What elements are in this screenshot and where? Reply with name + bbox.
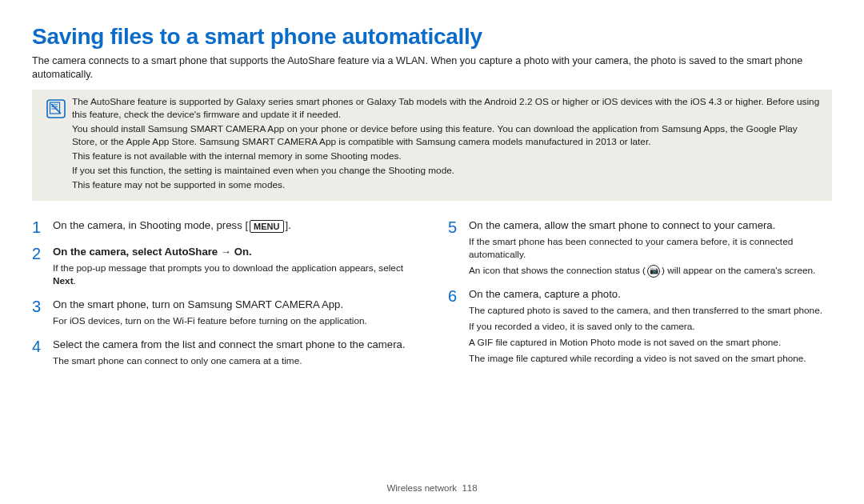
step-sub: If you recorded a video, it is saved onl… <box>469 321 832 334</box>
right-column: 5On the camera, allow the smart phone to… <box>448 218 832 377</box>
page-title: Saving files to a smart phone automatica… <box>32 24 832 50</box>
step-number: 4 <box>32 338 53 368</box>
note-icon <box>40 96 72 193</box>
step-sub: The captured photo is saved to the camer… <box>469 305 832 318</box>
step-sub: The smart phone can connect to only one … <box>53 355 416 368</box>
note-line: If you set this function, the setting is… <box>72 165 824 178</box>
page-footer: Wireless network 118 <box>0 483 864 493</box>
step-text: Select the camera from the list and conn… <box>53 338 416 352</box>
step: 3On the smart phone, turn on Samsung SMA… <box>32 298 416 328</box>
step-number: 1 <box>32 218 53 235</box>
step-text: On the camera, capture a photo. <box>469 287 832 302</box>
steps-columns: 1On the camera, in Shooting mode, press … <box>32 218 832 377</box>
note-line: The AutoShare feature is supported by Ga… <box>72 96 824 122</box>
step-text: On the smart phone, turn on Samsung SMAR… <box>53 298 416 312</box>
step: 6On the camera, capture a photo.The capt… <box>448 287 832 366</box>
note-body: The AutoShare feature is supported by Ga… <box>72 96 824 193</box>
step-sub: An icon that shows the connection status… <box>469 265 832 278</box>
footer-page-number: 118 <box>462 483 477 493</box>
step: 4Select the camera from the list and con… <box>32 338 416 368</box>
note-line: This feature may not be supported in som… <box>72 179 824 192</box>
step-sub: For iOS devices, turn on the Wi-Fi featu… <box>53 315 416 328</box>
note-line: You should install Samsung SMART CAMERA … <box>72 123 824 149</box>
note-line: This feature is not available with the i… <box>72 150 824 163</box>
step-text: On the camera, select AutoShare → On. <box>53 245 416 259</box>
step: 2On the camera, select AutoShare → On.If… <box>32 245 416 288</box>
connection-status-icon: 📷 <box>647 265 660 278</box>
step-text: On the camera, in Shooting mode, press [… <box>53 218 416 233</box>
step-number: 3 <box>32 298 53 328</box>
menu-icon: MENU <box>250 220 283 233</box>
step-sub: The image file captured while recording … <box>469 353 832 366</box>
intro-text: The camera connects to a smart phone tha… <box>32 54 832 82</box>
note-box: The AutoShare feature is supported by Ga… <box>32 90 832 201</box>
step-text: On the camera, allow the smart phone to … <box>469 218 832 233</box>
step: 1On the camera, in Shooting mode, press … <box>32 218 416 235</box>
footer-section: Wireless network <box>386 483 457 493</box>
step-sub: If the smart phone has been connected to… <box>469 236 832 262</box>
step-number: 6 <box>448 287 469 366</box>
left-column: 1On the camera, in Shooting mode, press … <box>32 218 416 377</box>
step: 5On the camera, allow the smart phone to… <box>448 218 832 278</box>
step-sub: A GIF file captured in Motion Photo mode… <box>469 337 832 350</box>
step-sub: If the pop-up message that prompts you t… <box>53 262 416 288</box>
step-number: 5 <box>448 218 469 278</box>
step-number: 2 <box>32 245 53 288</box>
